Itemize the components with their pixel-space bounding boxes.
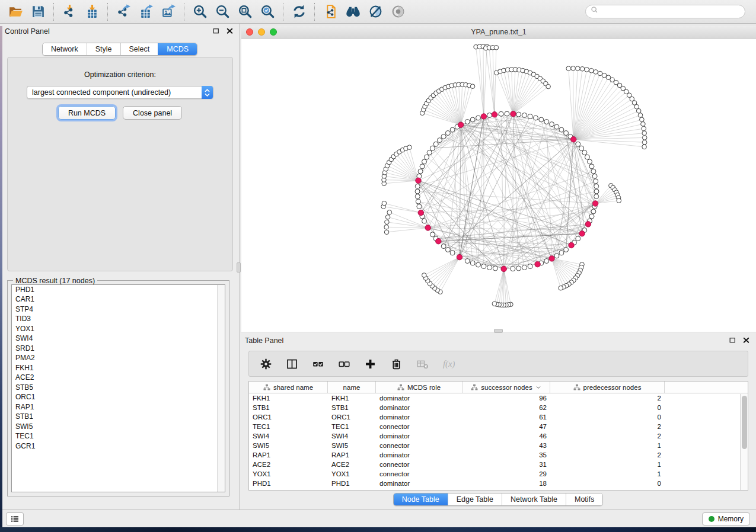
cell-successor-nodes[interactable]: 46: [462, 432, 550, 441]
mcds-result-item[interactable]: PHD1: [12, 285, 225, 295]
tab-mcds[interactable]: MCDS: [158, 43, 197, 55]
cell-name[interactable]: ACE2: [328, 460, 376, 470]
mcds-result-item[interactable]: CAR1: [12, 295, 225, 305]
cell-shared-name[interactable]: FKH1: [249, 394, 328, 403]
mcds-result-item[interactable]: TEC1: [12, 432, 225, 442]
mcds-result-item[interactable]: FKH1: [12, 363, 225, 373]
cell-MCDS-role[interactable]: connector: [376, 460, 462, 470]
table-row-PHD1[interactable]: PHD1PHD1dominator180: [249, 479, 740, 489]
mcds-result-item[interactable]: PMA2: [12, 354, 225, 364]
add-column-icon[interactable]: [363, 357, 377, 371]
mcds-result-item[interactable]: STB1: [12, 412, 225, 422]
mcds-result-list[interactable]: PHD1CAR1STP4TID3YOX1SWI4SRD1PMA2FKH1ACE2…: [11, 284, 225, 492]
tab-edge-table[interactable]: Edge Table: [448, 493, 502, 505]
cell-name[interactable]: SWI4: [328, 432, 376, 441]
cell-shared-name[interactable]: RAP1: [249, 451, 328, 460]
sort-chevron-icon[interactable]: [535, 384, 541, 390]
table-row-ACE2[interactable]: ACE2ACE2connector311: [249, 460, 740, 470]
network-graph[interactable]: [241, 39, 756, 332]
cell-predecessor-nodes[interactable]: 0: [550, 413, 665, 422]
cell-MCDS-role[interactable]: dominator: [376, 394, 462, 403]
mcds-result-item[interactable]: STP4: [12, 305, 225, 315]
table-scrollbar[interactable]: [740, 394, 748, 490]
cell-successor-nodes[interactable]: 47: [462, 422, 550, 432]
zoom-out-icon[interactable]: [214, 4, 231, 20]
select-all-icon[interactable]: [311, 357, 325, 371]
binoculars-icon[interactable]: [344, 4, 361, 20]
cell-MCDS-role[interactable]: dominator: [376, 432, 462, 441]
cell-shared-name[interactable]: PHD1: [249, 479, 328, 489]
cell-shared-name[interactable]: STB1: [249, 403, 328, 413]
refresh-icon[interactable]: [291, 4, 307, 20]
table-row-RAP1[interactable]: RAP1RAP1dominator352: [249, 451, 740, 460]
cell-successor-nodes[interactable]: 96: [462, 394, 550, 403]
tab-network-table[interactable]: Network Table: [502, 493, 566, 505]
mcds-result-item[interactable]: GCR1: [12, 441, 225, 451]
mcds-result-item[interactable]: RAP1: [12, 402, 225, 412]
network-canvas[interactable]: [241, 39, 756, 332]
cell-name[interactable]: PHD1: [328, 479, 376, 489]
cell-name[interactable]: STB1: [328, 403, 376, 413]
close-panel-icon[interactable]: [226, 27, 235, 36]
gear-icon[interactable]: [259, 357, 273, 371]
table-row-TEC1[interactable]: TEC1TEC1connector472: [249, 422, 740, 432]
table-row-FKH1[interactable]: FKH1FKH1dominator962: [249, 394, 740, 403]
table-row-SWI4[interactable]: SWI4SWI4dominator462: [249, 432, 740, 441]
hide-graphics-details-icon[interactable]: [367, 4, 384, 20]
cell-MCDS-role[interactable]: connector: [376, 470, 462, 479]
cell-successor-nodes[interactable]: 31: [462, 460, 550, 470]
cell-shared-name[interactable]: TEC1: [249, 422, 328, 432]
mcds-result-item[interactable]: SRD1: [12, 344, 225, 354]
tab-node-table[interactable]: Node Table: [394, 493, 448, 505]
table-row-YOX1[interactable]: YOX1YOX1connector291: [249, 470, 740, 479]
tab-network[interactable]: Network: [43, 43, 87, 55]
column-header-name[interactable]: name: [328, 382, 376, 393]
criterion-select[interactable]: largest connected component (undirected): [27, 86, 213, 99]
cell-name[interactable]: YOX1: [328, 470, 376, 479]
cell-successor-nodes[interactable]: 62: [462, 403, 550, 413]
mcds-list-scrollbar[interactable]: [217, 285, 225, 492]
cell-predecessor-nodes[interactable]: 0: [550, 479, 665, 489]
vertical-splitter-grip[interactable]: [237, 262, 241, 273]
export-table-icon[interactable]: [138, 4, 154, 20]
mcds-result-item[interactable]: SWI5: [12, 422, 225, 432]
cell-MCDS-role[interactable]: dominator: [376, 451, 462, 460]
share-document-icon[interactable]: [322, 4, 339, 20]
column-header-predecessor-nodes[interactable]: predecessor nodes: [550, 382, 665, 393]
cell-shared-name[interactable]: YOX1: [249, 470, 328, 479]
unselect-all-icon[interactable]: [337, 357, 351, 371]
cell-MCDS-role[interactable]: connector: [376, 422, 462, 432]
mcds-result-item[interactable]: ACE2: [12, 373, 225, 383]
cell-MCDS-role[interactable]: dominator: [376, 403, 462, 413]
search-input[interactable]: [602, 8, 740, 16]
table-row-SWI5[interactable]: SWI5SWI5connector431: [249, 441, 740, 451]
cell-successor-nodes[interactable]: 18: [462, 479, 550, 489]
tab-motifs[interactable]: Motifs: [566, 493, 602, 505]
column-header-shared-name[interactable]: shared name: [249, 382, 328, 393]
cell-predecessor-nodes[interactable]: 2: [550, 432, 665, 441]
cell-name[interactable]: SWI5: [328, 441, 376, 451]
horizontal-splitter-grip[interactable]: [494, 329, 503, 333]
open-file-icon[interactable]: [7, 4, 24, 20]
export-image-icon[interactable]: [160, 4, 177, 20]
column-header-successor-nodes[interactable]: successor nodes: [462, 382, 550, 393]
float-panel-icon[interactable]: [212, 27, 221, 36]
column-view-icon[interactable]: [285, 357, 299, 371]
cell-name[interactable]: ORC1: [328, 413, 376, 422]
mcds-result-item[interactable]: ORC1: [12, 393, 225, 403]
mcds-result-item[interactable]: STB5: [12, 383, 225, 393]
mcds-result-item[interactable]: TID3: [12, 315, 225, 325]
import-table-icon[interactable]: [84, 4, 100, 20]
tab-select[interactable]: Select: [120, 43, 158, 55]
zoom-in-icon[interactable]: [192, 4, 208, 20]
cell-successor-nodes[interactable]: 29: [462, 470, 550, 479]
cell-name[interactable]: FKH1: [328, 394, 376, 403]
import-network-icon[interactable]: [61, 4, 78, 20]
table-scrollbar-thumb[interactable]: [742, 396, 747, 449]
save-session-icon[interactable]: [30, 4, 46, 20]
export-network-icon[interactable]: [115, 4, 132, 20]
cell-predecessor-nodes[interactable]: 0: [550, 403, 665, 413]
cell-predecessor-nodes[interactable]: 2: [550, 451, 665, 460]
cell-successor-nodes[interactable]: 35: [462, 451, 550, 460]
search-box[interactable]: [585, 5, 745, 18]
